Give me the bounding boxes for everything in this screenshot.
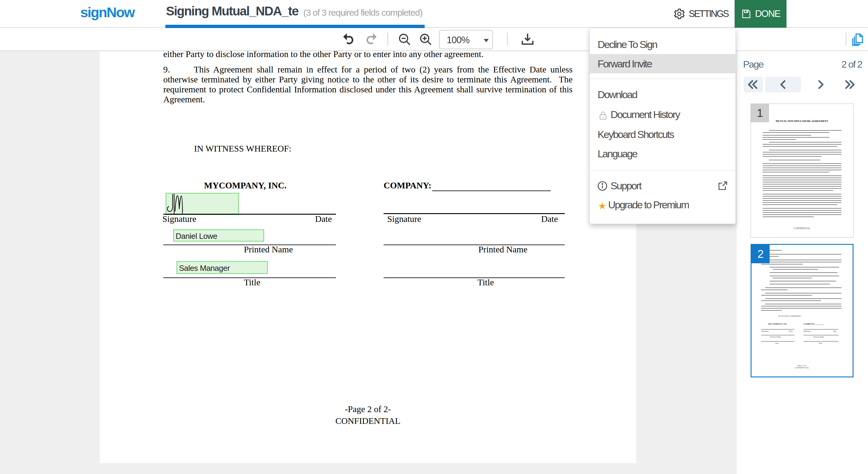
svg-text:COMPANY:_________: COMPANY:_________	[803, 323, 825, 325]
svg-text:Signature: Signature	[803, 330, 811, 332]
svg-text:MYCOMPANY, INC.: MYCOMPANY, INC.	[768, 323, 788, 325]
svg-text:Signature: Signature	[761, 330, 769, 332]
svg-text:Title: Title	[818, 342, 822, 344]
svg-text:Printed Name: Printed Name	[813, 336, 824, 338]
svg-text:MUTUAL NON-DISCLOSURE AGREEMEN: MUTUAL NON-DISCLOSURE AGREEMENT	[776, 120, 828, 123]
svg-text:IN WITNESS WHEREOF:: IN WITNESS WHEREOF:	[778, 315, 801, 317]
svg-text:Date: Date	[833, 330, 837, 332]
svg-text:Printed Name: Printed Name	[770, 336, 781, 338]
svg-text:Title: Title	[775, 342, 779, 344]
svg-text:CONFIDENTIAL: CONFIDENTIAL	[795, 366, 809, 368]
svg-text:Date: Date	[789, 330, 793, 332]
svg-text:CONFIDENTIAL: CONFIDENTIAL	[794, 227, 810, 230]
svg-text:-Page 2 of 2-: -Page 2 of 2-	[797, 364, 807, 366]
